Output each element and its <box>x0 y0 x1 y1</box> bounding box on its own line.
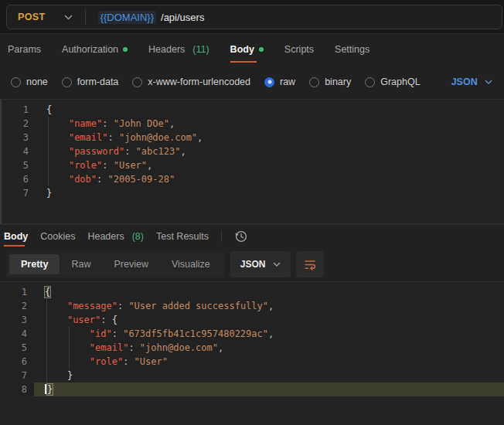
radio-circle <box>365 77 375 87</box>
line-number: 3 <box>0 313 34 327</box>
url-input[interactable]: {{DOMAIN}} /api/users <box>86 11 205 24</box>
code-line[interactable]: "dob": "2005-09-28" <box>36 172 504 186</box>
line-number: 2 <box>0 299 34 313</box>
line-number: 1 <box>0 285 34 299</box>
history-clock-icon[interactable] <box>234 230 248 243</box>
code-line[interactable]: "id": "673df5fb41c1c957480229ac", <box>34 327 504 341</box>
tab-headers[interactable]: Headers (11) <box>148 34 209 65</box>
view-pretty[interactable]: Pretty <box>9 254 60 274</box>
response-body-code[interactable]: { "message": "User added successfully", … <box>34 282 504 425</box>
request-bar-row: POST {{DOMAIN}} /api/users <box>0 0 504 34</box>
chevron-down-icon <box>485 80 492 84</box>
response-tabs: Body Cookies Headers (8) Test Results <box>0 224 504 247</box>
code-line[interactable]: } <box>34 369 504 382</box>
line-number: 5 <box>0 341 34 355</box>
request-tabs: Params Authorization Headers (11) Body S… <box>0 34 504 65</box>
code-line[interactable]: "role": "User", <box>36 158 504 172</box>
response-tab-body[interactable]: Body <box>4 225 28 247</box>
tab-scripts[interactable]: Scripts <box>284 34 314 65</box>
response-tab-body-label: Body <box>4 231 28 242</box>
code-line[interactable]: "user": { <box>34 313 504 327</box>
radio-form-data[interactable]: form-data <box>62 76 119 87</box>
line-number: 1 <box>2 103 36 117</box>
line-number: 7 <box>2 186 36 200</box>
code-line[interactable]: "email": "john@doe.com", <box>34 341 504 355</box>
method-label: POST <box>18 12 46 22</box>
line-number: 6 <box>0 355 34 369</box>
divider <box>221 231 222 242</box>
response-format-label: JSON <box>240 259 266 270</box>
radio-none-label: none <box>26 76 48 87</box>
code-line[interactable]: "message": "User added successfully", <box>34 299 504 313</box>
response-format-selector[interactable]: JSON <box>230 251 291 277</box>
response-tab-cookies[interactable]: Cookies <box>40 225 75 247</box>
view-pretty-label: Pretty <box>21 259 48 270</box>
response-headers-count-badge: (8) <box>132 231 144 242</box>
raw-language-label: JSON <box>451 76 478 87</box>
headers-count-badge: (11) <box>192 44 209 55</box>
response-tab-cookies-label: Cookies <box>40 231 75 242</box>
radio-none[interactable]: none <box>11 76 48 87</box>
tab-body[interactable]: Body <box>230 34 264 65</box>
view-visualize-label: Visualize <box>172 259 210 270</box>
request-url-bar: POST {{DOMAIN}} /api/users <box>6 5 502 29</box>
line-number-gutter: 12345678 <box>0 282 34 425</box>
chevron-down-icon <box>64 15 73 20</box>
url-environment-variable: {{DOMAIN}} <box>98 11 156 24</box>
tab-params-label: Params <box>8 44 41 55</box>
code-line[interactable]: "password": "abc123", <box>36 144 504 158</box>
line-number: 7 <box>0 369 34 382</box>
method-selector[interactable]: POST <box>7 5 85 29</box>
code-line[interactable]: "email": "john@doe.com", <box>36 131 504 144</box>
response-tab-test-results-label: Test Results <box>156 231 209 242</box>
line-number-gutter: 1234567 <box>2 100 36 223</box>
line-number: 2 <box>2 117 36 131</box>
view-raw-label: Raw <box>71 259 90 270</box>
radio-graphql[interactable]: GraphQL <box>365 76 420 87</box>
response-view-switcher: Pretty Raw Preview Visualize <box>6 251 225 277</box>
tab-body-label: Body <box>230 44 254 55</box>
wrap-text-icon[interactable] <box>296 251 324 277</box>
radio-x-www-form-urlencoded[interactable]: x-www-form-urlencoded <box>132 76 250 87</box>
response-tab-headers-label: Headers <box>87 231 124 242</box>
radio-urlencoded-label: x-www-form-urlencoded <box>148 76 250 87</box>
code-line[interactable]: "role": "User" <box>34 355 504 369</box>
authorization-status-dot <box>123 47 128 52</box>
response-tab-headers[interactable]: Headers (8) <box>87 225 144 247</box>
radio-binary[interactable]: binary <box>309 76 351 87</box>
view-preview-label: Preview <box>114 259 148 270</box>
url-path: /api/users <box>161 12 204 23</box>
tab-settings-label: Settings <box>335 44 369 55</box>
radio-circle <box>62 77 72 87</box>
raw-language-selector[interactable]: JSON <box>451 76 492 87</box>
api-client-window: POST {{DOMAIN}} /api/users Params Author… <box>0 0 504 425</box>
request-body-editor[interactable]: 1234567 { "name": "John DOe", "email": "… <box>0 99 504 224</box>
response-body-editor[interactable]: 12345678 { "message": "User added succes… <box>0 281 504 425</box>
tab-authorization[interactable]: Authorization <box>62 34 128 65</box>
radio-graphql-label: GraphQL <box>380 76 420 87</box>
code-line[interactable]: { <box>34 285 504 299</box>
radio-raw[interactable]: raw <box>264 76 295 87</box>
line-number: 3 <box>2 131 36 144</box>
request-body-code[interactable]: { "name": "John DOe", "email": "john@doe… <box>36 100 504 223</box>
tab-settings[interactable]: Settings <box>335 34 369 65</box>
tab-params[interactable]: Params <box>8 34 41 65</box>
radio-binary-label: binary <box>325 76 351 87</box>
body-status-dot <box>259 47 264 52</box>
tab-scripts-label: Scripts <box>284 44 314 55</box>
line-number: 4 <box>2 144 36 158</box>
view-preview[interactable]: Preview <box>102 254 159 274</box>
code-line[interactable]: { <box>36 103 504 117</box>
view-visualize[interactable]: Visualize <box>160 254 222 274</box>
response-tab-test-results[interactable]: Test Results <box>156 225 209 247</box>
line-number: 6 <box>2 172 36 186</box>
view-raw[interactable]: Raw <box>60 254 102 274</box>
code-line[interactable]: } <box>36 186 504 200</box>
radio-raw-label: raw <box>280 76 295 87</box>
line-number: 8 <box>0 382 34 396</box>
code-line[interactable]: "name": "John DOe", <box>36 117 504 131</box>
radio-circle <box>11 77 21 87</box>
tab-headers-label: Headers <box>148 44 185 55</box>
code-line[interactable]: } <box>34 382 504 396</box>
tab-authorization-label: Authorization <box>62 44 118 55</box>
